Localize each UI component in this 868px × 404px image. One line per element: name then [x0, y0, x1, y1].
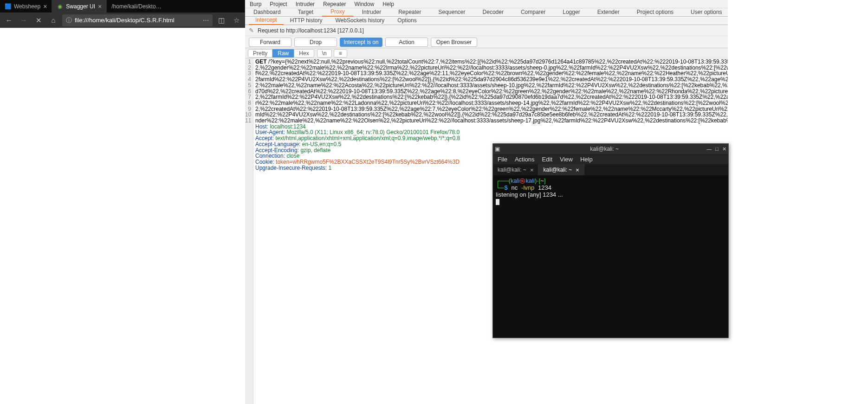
line-gutter: 1 2 3 4 5 6 7 8 9 10 11 — [245, 58, 253, 404]
forward-button[interactable]: → — [18, 14, 30, 26]
firefox-navbar: ← → ✕ ⌂ ⓘ file:///home/kali/Desktop/C.S.… — [0, 13, 245, 28]
tab-user-options[interactable]: User options — [682, 8, 731, 16]
menu-item[interactable]: View — [560, 156, 573, 163]
menu-item[interactable]: Project — [270, 1, 287, 7]
intercept-toggle-button[interactable]: Intercept is on — [340, 38, 382, 47]
url-bar[interactable]: ⓘ file:///home/kali/Desktop/C.S.R.F.html… — [62, 14, 213, 26]
close-icon[interactable]: ✕ — [722, 146, 726, 152]
info-icon[interactable]: ⓘ — [66, 16, 72, 25]
close-icon[interactable]: × — [576, 167, 579, 173]
tab-extender[interactable]: Extender — [589, 8, 628, 16]
tab-decoder[interactable]: Decoder — [474, 8, 512, 16]
terminal-tab[interactable]: kali@kali: ~ × — [493, 164, 538, 175]
tab-logger[interactable]: Logger — [554, 8, 589, 16]
tab-title: /home/kali/Desktop/C.S — [111, 3, 162, 10]
minimize-icon[interactable]: — — [706, 146, 712, 152]
subtab-intercept[interactable]: Intercept — [249, 16, 284, 25]
more-icon[interactable]: ⋯ — [203, 17, 209, 24]
close-icon[interactable]: × — [98, 3, 102, 10]
back-button[interactable]: ← — [3, 14, 15, 26]
terminal-tab-strip: kali@kali: ~ × kali@kali: ~ × — [493, 164, 728, 175]
wrap-toggle[interactable]: ≡ — [334, 49, 347, 58]
url-text: file:///home/kali/Desktop/C.S.R.F.html — [75, 17, 200, 24]
firefox-window: 🟦 Websheep × ◉ Swagger UI × /home/kali/D… — [0, 0, 245, 404]
drop-button[interactable]: Drop — [294, 38, 337, 47]
tab-comparer[interactable]: Comparer — [512, 8, 554, 16]
firefox-tab-strip: 🟦 Websheep × ◉ Swagger UI × /home/kali/D… — [0, 0, 245, 13]
subtab-options[interactable]: Options — [391, 16, 423, 25]
terminal-app-icon: ▣ — [495, 146, 502, 152]
terminal-title: kali@kali: ~ — [502, 146, 706, 152]
firefox-tab[interactable]: ◉ Swagger UI × — [52, 0, 107, 13]
cropped-region — [728, 0, 868, 404]
terminal-titlebar[interactable]: ▣ kali@kali: ~ — □ ✕ — [493, 144, 728, 154]
library-icon[interactable]: ◫ — [215, 14, 227, 26]
edit-icon[interactable]: ✎ — [249, 27, 254, 34]
menu-item[interactable]: Intruder — [296, 1, 315, 7]
stop-button[interactable]: ✕ — [32, 14, 45, 26]
tab-sequencer[interactable]: Sequencer — [430, 8, 474, 16]
terminal-menubar: File Actions Edit View Help — [493, 154, 728, 164]
terminal-body[interactable]: ┌──(kali㉿kali)-[~] └─$ nc -lvnp 1234 lis… — [493, 175, 728, 338]
format-hex-button[interactable]: Hex — [294, 49, 314, 58]
firefox-tab[interactable]: 🟦 Websheep × — [0, 0, 52, 13]
action-button[interactable]: Action — [385, 38, 428, 47]
terminal-tab[interactable]: kali@kali: ~ × — [538, 164, 584, 175]
favicon-icon: 🟦 — [5, 3, 11, 10]
menu-item[interactable]: Repeater — [323, 1, 346, 7]
page-content — [0, 28, 245, 404]
open-browser-button[interactable]: Open Browser — [431, 38, 477, 47]
menu-item[interactable]: Actions — [515, 156, 535, 163]
subtab-http-history[interactable]: HTTP history — [284, 16, 329, 25]
terminal-window[interactable]: ▣ kali@kali: ~ — □ ✕ File Actions Edit V… — [492, 143, 729, 338]
tab-target[interactable]: Target — [290, 8, 322, 16]
tab-intruder[interactable]: Intruder — [354, 8, 390, 16]
menu-item[interactable]: Edit — [542, 156, 552, 163]
terminal-tab-title: kali@kali: ~ — [498, 167, 526, 173]
tab-repeater[interactable]: Repeater — [390, 8, 430, 16]
newline-toggle[interactable]: \n — [317, 49, 332, 58]
close-icon[interactable]: × — [530, 167, 534, 173]
forward-button[interactable]: Forward — [249, 38, 291, 47]
close-icon[interactable]: × — [43, 3, 47, 10]
terminal-tab-title: kali@kali: ~ — [543, 167, 572, 173]
tab-proxy[interactable]: Proxy — [322, 7, 354, 17]
menu-item[interactable]: File — [498, 156, 507, 163]
menu-item[interactable]: Burp — [250, 1, 261, 7]
favicon-icon: ◉ — [57, 3, 63, 10]
tab-project-options[interactable]: Project options — [628, 8, 682, 16]
menu-item[interactable]: Help — [382, 1, 394, 7]
format-pretty-button[interactable]: Pretty — [248, 49, 272, 58]
request-target-text: Request to http://localhost:1234 [127.0.… — [258, 27, 364, 34]
tab-title: Websheep — [14, 3, 40, 10]
subtab-websockets-history[interactable]: WebSockets history — [329, 16, 391, 25]
home-button[interactable]: ⌂ — [47, 14, 59, 26]
maximize-icon[interactable]: □ — [715, 146, 719, 152]
tab-title: Swagger UI — [66, 3, 95, 10]
menu-item[interactable]: Help — [580, 156, 593, 163]
menu-item[interactable]: Window — [354, 1, 374, 7]
format-raw-button[interactable]: Raw — [272, 49, 294, 58]
tab-dashboard[interactable]: Dashboard — [245, 8, 290, 16]
bookmark-icon[interactable]: ☆ — [230, 14, 242, 26]
firefox-tab[interactable]: /home/kali/Desktop/C.S — [107, 0, 245, 13]
